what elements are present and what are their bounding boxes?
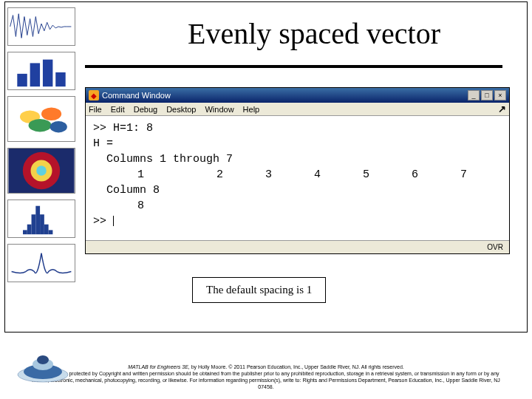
undock-icon[interactable]: ↗ [498, 103, 506, 115]
val-5: 5 [321, 167, 369, 183]
caption-box: The default spacing is 1 [192, 277, 326, 303]
svg-rect-6 [8, 97, 74, 141]
console-line-var: H = [93, 136, 502, 151]
thumb-sinc [7, 244, 75, 282]
menu-file[interactable]: File [89, 105, 102, 114]
svg-rect-23 [9, 245, 74, 282]
svg-point-8 [41, 108, 61, 120]
svg-rect-17 [32, 214, 36, 234]
console-prompt: >> [93, 214, 502, 229]
window-statusbar: OVR [86, 240, 509, 253]
footer-line2: This material is protected by Copyright … [30, 370, 502, 390]
svg-rect-18 [40, 214, 44, 234]
console-val8: 8 [93, 198, 502, 214]
minimize-button[interactable]: _ [468, 90, 480, 100]
svg-point-9 [29, 119, 52, 132]
footer-book-title: MATLAB for Engineers 3E, [128, 364, 191, 369]
menu-window[interactable]: Window [205, 105, 233, 114]
console-line-cmd: >> H=1: 8 [93, 120, 502, 136]
val-3: 3 [223, 167, 272, 183]
thumb-signal [7, 7, 75, 46]
slide-title: Evenly spaced vector [126, 16, 502, 51]
val-1: 1 [93, 167, 174, 183]
thumb-hist [7, 200, 75, 238]
svg-point-14 [36, 166, 47, 176]
val-7: 7 [418, 167, 467, 183]
svg-rect-16 [35, 206, 40, 234]
svg-rect-5 [55, 72, 65, 86]
svg-rect-3 [30, 63, 40, 86]
menu-help[interactable]: Help [243, 105, 260, 114]
window-titlebar: ◆ Command Window _ □ × [86, 88, 509, 103]
console-vals-row: 1 2 3 4 5 6 7 [93, 167, 502, 183]
svg-point-27 [37, 355, 49, 364]
close-button[interactable]: × [494, 90, 506, 100]
thumb-fractal [7, 148, 75, 194]
svg-rect-19 [27, 225, 32, 234]
console-line-cols: Columns 1 through 7 [93, 151, 502, 167]
matlab-icon: ◆ [89, 90, 99, 100]
window-title: Command Window [102, 91, 171, 100]
sidebar-thumbnails [7, 7, 75, 318]
svg-rect-21 [23, 230, 27, 234]
menu-desktop[interactable]: Desktop [166, 105, 196, 114]
thumb-surf1 [7, 96, 75, 142]
val-2: 2 [174, 167, 223, 183]
menu-edit[interactable]: Edit [111, 105, 125, 114]
copyright-footer: MATLAB for Engineers 3E, by Holly Moore.… [30, 364, 502, 390]
menu-debug[interactable]: Debug [134, 105, 157, 114]
thumb-bar [7, 52, 75, 90]
val-6: 6 [369, 167, 418, 183]
maximize-button[interactable]: □ [481, 90, 493, 100]
command-window: ◆ Command Window _ □ × File Edit Debug D… [85, 87, 510, 254]
val-4: 4 [272, 167, 321, 183]
svg-rect-22 [49, 230, 53, 234]
console-content[interactable]: >> H=1: 8 H = Columns 1 through 7 1 2 3 … [86, 116, 509, 240]
svg-rect-2 [17, 74, 27, 86]
console-line-col8: Column 8 [93, 183, 502, 198]
svg-point-10 [50, 121, 67, 132]
corner-3d-thumb [13, 344, 72, 384]
status-ovr: OVR [487, 243, 503, 251]
title-underline [85, 65, 502, 68]
svg-rect-20 [44, 225, 49, 234]
window-menubar: File Edit Debug Desktop Window Help ↗ [86, 103, 509, 116]
svg-rect-4 [43, 60, 52, 87]
footer-line1: by Holly Moore. © 2011 Pearson Education… [191, 364, 404, 369]
